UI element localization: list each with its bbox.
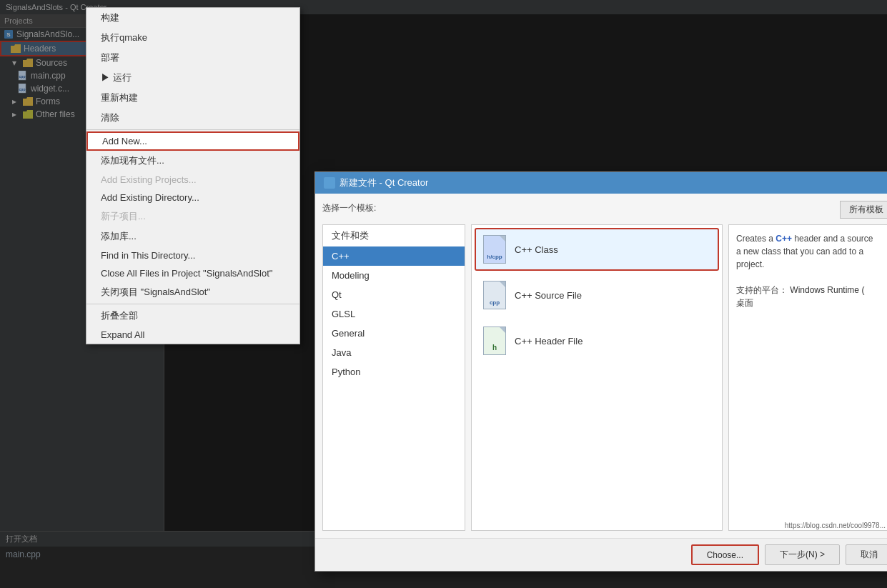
dialog-main-area: 文件和类 C++ Modeling Qt GLSL General [322,224,887,531]
cpp-class-icon: h/cpp [482,234,507,265]
dialog-title-text: 新建文件 - Qt Creator [340,176,428,189]
menu-item-close-all-files[interactable]: Close All Files in Project "SignalsAndSl… [86,264,299,282]
platform-label: 支持的平台： Windows Runtime (桌面 [736,284,885,309]
menu-item-expand-all[interactable]: Expand All [86,326,299,344]
menu-item-build[interactable]: 构建 [86,8,299,28]
menu-item-add-new[interactable]: Add New... [86,131,299,151]
category-glsl[interactable]: GLSL [323,304,465,324]
template-cpp-class[interactable]: h/cpp C++ Class [475,228,719,271]
cpp-header-icon: h [482,325,507,357]
dialog-title-bar: 新建文件 - Qt Creator [315,172,887,194]
menu-item-clean[interactable]: 清除 [86,108,299,128]
cancel-button[interactable]: 取消 [846,544,887,565]
menu-item-rebuild[interactable]: 重新构建 [86,88,299,108]
cpp-source-label: C++ Source File [515,290,582,301]
template-panel: h/cpp C++ Class cpp C++ Source File [471,224,723,531]
category-java[interactable]: Java [323,343,465,362]
cpp-header-label: C++ Header File [515,336,583,347]
menu-item-run[interactable]: ▶ 运行 [86,68,299,88]
cpp-class-label: C++ Class [515,244,558,255]
menu-sep-1 [86,129,299,130]
menu-item-add-existing-projects: Add Existing Projects... [86,171,299,189]
menu-item-add-existing-directory[interactable]: Add Existing Directory... [86,189,299,206]
menu-item-add-library[interactable]: 添加库... [86,226,299,246]
menu-item-close-project[interactable]: 关闭项目 "SignalsAndSlot" [86,282,299,302]
context-menu: 构建 执行qmake 部署 ▶ 运行 重新构建 清除 Add New... 添加… [86,7,300,344]
menu-item-deploy[interactable]: 部署 [86,48,299,68]
template-cpp-header[interactable]: h C++ Header File [475,319,719,362]
menu-item-find-in-directory[interactable]: Find in This Directory... [86,246,299,264]
menu-item-add-existing-file[interactable]: 添加现有文件... [86,151,299,171]
dialog-body: 选择一个模板: 所有模板 文件和类 C++ Modeling Qt [315,194,887,538]
next-button[interactable]: 下一步(N) > [765,544,840,565]
menu-item-qmake[interactable]: 执行qmake [86,28,299,48]
category-files-and-classes[interactable]: 文件和类 [323,225,465,246]
category-qt[interactable]: Qt [323,285,465,304]
menu-item-new-subproject: 新子项目... [86,206,299,226]
category-general[interactable]: General [323,324,465,343]
menu-item-collapse-all[interactable]: 折叠全部 [86,306,299,326]
desc-text: Creates a C++ header and a source a new … [736,232,885,271]
category-modeling[interactable]: Modeling [323,266,465,285]
menu-sep-2 [86,304,299,304]
choose-button[interactable]: Choose... [691,544,759,565]
dialog-icon [324,177,335,189]
filter-button[interactable]: 所有模板 [840,201,887,219]
dialog-footer: Choose... 下一步(N) > 取消 [315,538,887,571]
category-python[interactable]: Python [323,362,465,382]
cpp-source-icon: cpp [482,279,507,311]
dialog-prompt-label: 选择一个模板: [322,202,376,214]
category-panel: 文件和类 C++ Modeling Qt GLSL General [322,224,465,531]
new-file-dialog: 新建文件 - Qt Creator 选择一个模板: 所有模板 文件和类 C++ … [314,171,887,572]
desc-highlight: C++ [775,234,792,244]
watermark: https://blog.csdn.net/cool9978... [785,522,886,529]
category-cpp[interactable]: C++ [323,246,465,266]
description-panel: Creates a C++ header and a source a new … [728,224,887,531]
template-cpp-source[interactable]: cpp C++ Source File [475,274,719,317]
